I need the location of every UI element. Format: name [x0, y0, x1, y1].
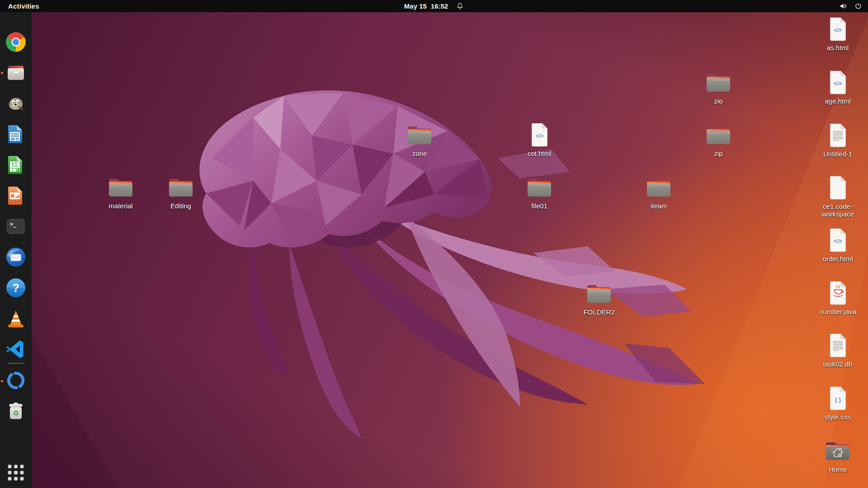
gimp-dock-button[interactable] — [5, 93, 27, 114]
vscode-dock-button[interactable] — [5, 338, 27, 360]
file-blank-icon — [828, 174, 848, 202]
updater-dock-button[interactable] — [5, 370, 27, 392]
file-html-icon — [530, 121, 549, 149]
desktop-icon-label: zone — [412, 150, 427, 158]
vscode-icon — [5, 338, 27, 360]
chrome-icon — [5, 31, 27, 53]
desktop-icon-label: age.html — [825, 98, 851, 105]
desktop-icon-label: Editing — [170, 202, 191, 210]
desktop-icon-number-java[interactable]: number.java — [811, 279, 865, 316]
folder-home-icon — [825, 436, 851, 465]
chrome-dock-button[interactable] — [5, 31, 27, 53]
desktop-icon-as-html[interactable]: as.html — [811, 15, 865, 52]
file-text-icon — [828, 121, 848, 149]
desktop-icon-label: task02.db — [823, 361, 852, 368]
desktop-icon-label: zip — [714, 150, 722, 158]
desktop-icon-iteam[interactable]: iteam — [632, 173, 686, 210]
folder-icon — [526, 173, 552, 201]
desktop-icon-label: Untitled-1 — [823, 150, 852, 158]
terminal-dock-button[interactable] — [5, 216, 27, 237]
desktop-icon-cot-html[interactable]: cot.html — [512, 121, 566, 158]
desktop-icon-zip[interactable]: zip — [691, 121, 745, 158]
impress-dock-button[interactable] — [5, 185, 27, 206]
time-label: 16:52 — [431, 2, 448, 10]
terminal-icon — [5, 216, 27, 237]
top-bar: Activities May 15 16:52 — [0, 0, 868, 12]
help-icon — [5, 277, 27, 299]
desktop-icon-label: iteam — [651, 202, 667, 210]
desktop-icon-label: Home — [829, 466, 847, 474]
calc-icon — [5, 154, 27, 176]
desktop-icon-untitled-1[interactable]: Untitled-1 — [811, 121, 865, 158]
help-dock-button[interactable] — [5, 277, 27, 299]
gimp-icon — [5, 93, 27, 114]
file-java-icon — [828, 279, 848, 307]
vlc-dock-button[interactable] — [5, 308, 27, 329]
desktop-icon-folder2[interactable]: FOLDER2 — [572, 279, 626, 316]
desktop-icon-label: file01 — [531, 202, 547, 210]
file-css-icon — [828, 384, 848, 412]
file-text-icon — [828, 331, 848, 359]
trash-dock-button[interactable] — [5, 401, 27, 422]
desktop-icon-zone[interactable]: zone — [392, 121, 447, 158]
desktop-icon-order-html[interactable]: order.html — [811, 226, 865, 263]
thunderbird-dock-button[interactable] — [5, 246, 27, 268]
files-dock-button[interactable] — [5, 62, 27, 84]
trash-icon — [5, 401, 27, 422]
desktop-icon-label: as.html — [827, 44, 849, 52]
folder-icon — [406, 121, 433, 149]
clock-button[interactable]: May 15 16:52 — [404, 2, 464, 10]
vlc-icon — [5, 308, 27, 329]
desktop-icon-label: cot.html — [528, 150, 552, 158]
desktop-icon-task02-db[interactable]: task02.db — [811, 331, 865, 368]
impress-icon — [5, 185, 27, 206]
calc-dock-button[interactable] — [5, 154, 27, 176]
file-html-icon — [828, 15, 848, 43]
dock — [0, 12, 32, 488]
desktop-icon-home[interactable]: Home — [811, 436, 865, 474]
dock-divider — [8, 363, 24, 364]
files-icon — [5, 62, 27, 84]
desktop-icon-editing[interactable]: Editing — [154, 173, 208, 210]
running-indicator — [1, 72, 3, 74]
folder-icon — [108, 173, 134, 201]
desktop-icon-label: ce1.code-workspace — [811, 203, 864, 218]
file-html-icon — [828, 68, 848, 96]
running-indicator — [1, 380, 3, 382]
desktop-icon-label: style.css — [825, 413, 851, 421]
desktop-icon-file01[interactable]: file01 — [512, 173, 566, 210]
volume-icon — [840, 2, 847, 10]
desktop-icon-label: zio — [714, 98, 722, 105]
date-label: May 15 — [404, 2, 427, 10]
thunderbird-icon — [5, 246, 27, 268]
desktop-icon-label: number.java — [819, 308, 856, 316]
desktop-icon-ce1-code-workspace[interactable]: ce1.code-workspace — [811, 174, 865, 218]
desktop-icon-label: material — [108, 202, 132, 210]
desktop-icons: as.htmlage.htmlzioUntitled-1zonecot.html… — [0, 0, 868, 488]
bell-icon — [456, 2, 464, 10]
show-apps-button[interactable] — [5, 462, 27, 483]
updater-icon — [5, 370, 27, 392]
desktop-icon-material[interactable]: material — [94, 173, 148, 210]
folder-icon — [168, 173, 194, 201]
desktop-icon-zio[interactable]: zio — [691, 68, 745, 105]
power-icon — [854, 2, 862, 10]
desktop-icon-label: order.html — [823, 255, 853, 263]
folder-icon — [705, 68, 731, 96]
desktop-icon-style-css[interactable]: style.css — [811, 384, 865, 421]
folder-icon — [646, 173, 672, 201]
activities-button[interactable]: Activities — [8, 2, 39, 10]
folder-icon — [705, 121, 731, 149]
desktop-icon-label: FOLDER2 — [583, 309, 614, 316]
system-menu-button[interactable] — [840, 2, 862, 10]
desktop-icon-age-html[interactable]: age.html — [811, 68, 865, 105]
folder-icon — [586, 279, 612, 307]
writer-icon — [5, 123, 27, 145]
show-apps-icon — [5, 462, 27, 483]
file-html-icon — [828, 226, 848, 254]
writer-dock-button[interactable] — [5, 123, 27, 145]
